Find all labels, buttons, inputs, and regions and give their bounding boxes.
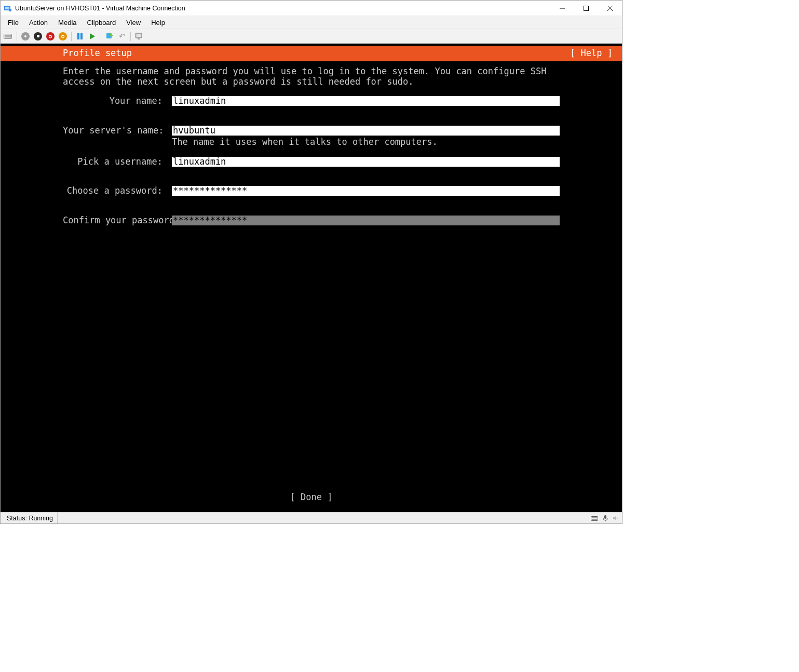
close-button[interactable] [598,1,622,16]
toolbar-separator [17,32,17,41]
save-button[interactable] [57,31,69,42]
toolbar: ↶ [1,29,622,44]
enhanced-session-button[interactable] [133,31,145,42]
username-input[interactable]: linuxadmin [172,157,560,167]
menu-clipboard[interactable]: Clipboard [82,18,121,28]
svg-point-10 [24,35,26,37]
pause-button[interactable] [74,31,86,42]
keyboard-status-icon [591,514,599,522]
start-button[interactable] [20,31,31,42]
menu-view[interactable]: View [121,18,146,28]
revert-button[interactable]: ↶ [116,31,128,42]
window-title: UbuntuServer on HVHOST01 - Virtual Machi… [15,5,550,12]
microphone-status-icon [601,514,610,522]
reset-button[interactable] [87,31,98,42]
vm-display[interactable]: Profile setup [ Help ] Enter the usernam… [1,44,622,512]
svg-rect-9 [5,36,11,37]
svg-rect-4 [584,6,589,10]
window-titlebar: UbuntuServer on HVHOST01 - Virtual Machi… [1,1,622,16]
password-input[interactable]: ************** [172,186,560,196]
svg-marker-24 [613,516,616,521]
installer-description: Enter the username and password you will… [63,66,560,87]
maximize-button[interactable] [574,1,598,16]
svg-rect-18 [137,34,141,37]
confirm-password-input[interactable]: ************** [172,216,560,225]
menu-media[interactable]: Media [53,18,82,28]
undo-icon: ↶ [119,32,126,40]
app-icon [4,4,12,12]
svg-rect-2 [9,9,11,11]
installer-title: Profile setup [63,48,132,59]
menu-bar: File Action Media Clipboard View Help [1,16,622,29]
menu-action[interactable]: Action [24,18,53,28]
server-name-label: Your server's name: [63,126,172,136]
installer-header: Profile setup [ Help ] [1,46,622,61]
toolbar-separator [71,32,72,41]
shut-down-button[interactable] [45,31,56,42]
turn-off-button[interactable] [32,31,44,42]
ubuntu-installer: Profile setup [ Help ] Enter the usernam… [1,46,622,510]
confirm-password-label: Confirm your password: [63,216,172,226]
installer-help-button[interactable]: [ Help ] [570,48,613,59]
installer-footer: [ Done ] [1,492,622,510]
server-name-hint: The name it uses when it talks to other … [172,137,438,147]
done-button[interactable]: [ Done ] [290,492,333,502]
svg-rect-19 [591,516,598,520]
username-label: Pick a username: [63,157,172,167]
speaker-status-icon [612,514,620,522]
menu-help[interactable]: Help [146,18,170,28]
svg-rect-1 [5,7,9,9]
svg-rect-22 [604,515,606,519]
status-bar: Status: Running [1,512,622,523]
your-name-label: Your name: [63,96,172,106]
menu-file[interactable]: File [3,18,24,28]
password-label: Choose a password: [63,186,172,196]
svg-rect-8 [5,35,11,36]
toolbar-separator [130,32,131,41]
minimize-button[interactable] [550,1,574,16]
svg-rect-17 [138,38,140,39]
status-text: Status: Running [3,513,58,523]
toolbar-separator [101,32,101,41]
server-name-input[interactable]: hvubuntu [172,126,560,136]
your-name-input[interactable]: linuxadmin [172,96,560,106]
installer-body: Enter the username and password you will… [1,61,622,492]
checkpoint-button[interactable] [104,31,115,42]
ctrl-alt-del-button[interactable] [3,31,14,42]
